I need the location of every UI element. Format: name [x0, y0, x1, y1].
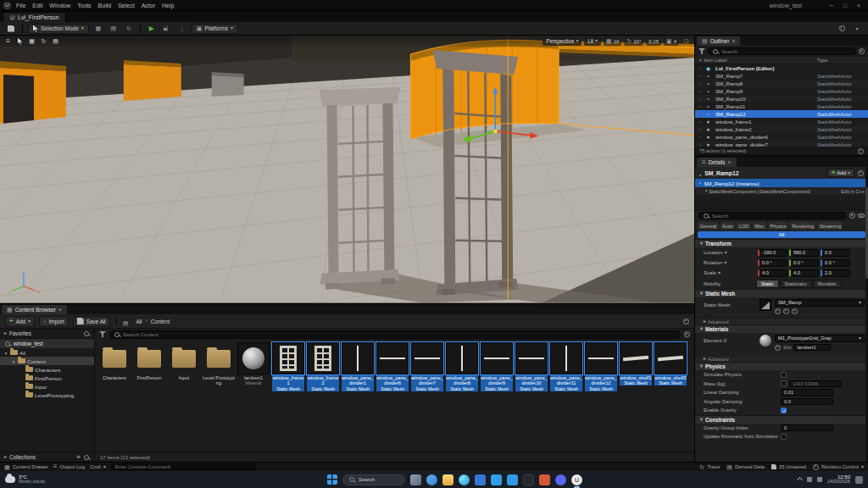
menu-item[interactable]: Build	[95, 3, 115, 8]
sources-panel-toggle-icon[interactable]	[123, 314, 129, 328]
close-icon[interactable]	[732, 38, 735, 45]
trace-button[interactable]: Trace	[699, 464, 720, 470]
move-tool-icon[interactable]	[27, 36, 36, 46]
close-icon[interactable]	[58, 307, 62, 313]
menu-item[interactable]: Select	[114, 3, 137, 8]
taskbar-app-icon[interactable]	[442, 474, 453, 485]
menu-item[interactable]: Window	[46, 3, 74, 8]
content-search[interactable]	[109, 330, 681, 339]
details-settings-icon[interactable]	[858, 170, 864, 176]
search-icon[interactable]	[83, 330, 90, 337]
slot-value-field[interactable]: lambert1	[793, 344, 831, 352]
weather-widget[interactable]: 3°C Mostly cloudy	[5, 474, 45, 485]
outliner-row[interactable]: SM_Ramp12 StaticMeshActor	[695, 110, 868, 118]
details-filter-settings-icon[interactable]	[849, 213, 855, 219]
transform-section-header[interactable]: Transform	[695, 239, 868, 247]
derived-data-button[interactable]: Derived Data	[726, 464, 765, 470]
unsaved-button[interactable]: 25 Unsaved	[771, 464, 806, 469]
content-item[interactable]: window_pane_divider8 Static Mesh	[446, 342, 478, 391]
tab-details[interactable]: Details	[697, 158, 737, 167]
settings-icon[interactable]	[836, 24, 848, 34]
notifications-icon[interactable]	[855, 476, 863, 484]
revision-control-button[interactable]: Revision Control	[813, 464, 864, 470]
visibility-eye-icon[interactable]	[697, 82, 704, 86]
outliner-row[interactable]: SM_Ramp8 StaticMeshActor	[695, 80, 868, 87]
outliner-row[interactable]: window_frame1 StaticMeshActor	[695, 118, 868, 125]
outliner-search[interactable]	[708, 47, 856, 55]
folder-tree-item[interactable]: FirstPerson	[0, 374, 94, 382]
taskbar-app-icon[interactable]	[410, 474, 421, 485]
play-options-icon[interactable]	[176, 24, 188, 34]
camera-speed-control[interactable]: 4	[664, 36, 679, 46]
outliner-row[interactable]: window_frame2 StaticMeshActor	[695, 125, 868, 133]
filter-icon[interactable]	[99, 331, 106, 337]
visibility-eye-icon[interactable]	[697, 97, 704, 101]
property-value-field[interactable]: 0.0	[781, 398, 833, 406]
view-mode-dropdown[interactable]: Lit	[584, 36, 601, 46]
material-combo[interactable]: M1_PrototypeGrid_Gray	[775, 335, 865, 342]
cmd-dropdown[interactable]: Cmd	[90, 464, 106, 469]
material-browse-icon[interactable]	[775, 345, 781, 351]
location-y-field[interactable]: 980.0	[789, 249, 819, 257]
maximize-viewport-icon[interactable]	[682, 36, 691, 46]
constraints-section-header[interactable]: Constraints	[695, 415, 868, 424]
use-selected-asset-icon[interactable]	[783, 308, 789, 314]
visibility-eye-icon[interactable]	[697, 143, 704, 147]
menu-item[interactable]: Actor	[138, 3, 159, 8]
minimize-button[interactable]	[826, 2, 837, 8]
outliner-row[interactable]: SM_Ramp9 StaticMeshActor	[695, 87, 868, 95]
breadcrumb-all[interactable]: All	[136, 319, 142, 324]
property-checkbox[interactable]	[781, 372, 787, 378]
content-item[interactable]: window_frame1 Static Mesh	[272, 342, 304, 391]
content-item[interactable]: Characters	[98, 342, 131, 391]
tab-outliner[interactable]: Outliner	[697, 36, 740, 46]
outliner-settings-icon[interactable]	[859, 48, 865, 54]
taskbar-app-icon[interactable]	[555, 474, 566, 485]
add-collection-icon[interactable]	[76, 454, 81, 461]
save-all-button[interactable]: Save All	[73, 316, 110, 327]
platforms-dropdown[interactable]: Platforms	[192, 24, 238, 34]
rotation-x-field[interactable]: 0.0 °	[758, 259, 787, 267]
content-item[interactable]: lambert1 Material	[237, 342, 270, 391]
component-root-row[interactable]: SM_Ramp12 (Instance)	[695, 179, 868, 187]
editor-mode-dropdown[interactable]: Selection Mode	[28, 24, 89, 34]
edit-in-cpp-link[interactable]: Edit in C++	[841, 189, 865, 194]
physics-section-header[interactable]: Physics	[695, 362, 868, 370]
perspective-dropdown[interactable]: Perspective	[542, 36, 581, 46]
blueprints-icon[interactable]	[108, 24, 120, 34]
visibility-eye-icon[interactable]	[697, 113, 704, 116]
folder-tree-item[interactable]: Characters	[0, 365, 94, 374]
outliner-row[interactable]: SM_Ramp7 StaticMeshActor	[695, 72, 868, 80]
outliner-search-input[interactable]	[721, 49, 852, 54]
folder-tree-item[interactable]: LevelPrototyping	[0, 391, 94, 399]
content-item[interactable]: window_pane_divider11 Static Mesh	[550, 342, 582, 391]
frame-skip-button[interactable]	[161, 24, 173, 34]
outliner-world-row[interactable]: Lvl_FirstPerson (Editor)	[695, 64, 868, 72]
visibility-eye-icon[interactable]	[697, 90, 704, 93]
category-tab[interactable]: Physics	[768, 222, 788, 230]
content-item[interactable]: Level Prototyping	[203, 342, 235, 391]
visibility-eye-icon[interactable]	[697, 67, 704, 70]
close-icon[interactable]	[728, 159, 732, 166]
start-button[interactable]	[327, 474, 337, 485]
rotation-label[interactable]: Rotation	[704, 260, 756, 265]
outliner-row[interactable]: window_pane_divider6 StaticMeshActor	[695, 133, 868, 141]
all-filter-pill[interactable]: All	[698, 231, 865, 238]
location-z-field[interactable]: 0.0	[821, 249, 850, 257]
close-button[interactable]	[853, 3, 865, 8]
taskbar-app-icon[interactable]	[523, 474, 534, 485]
folder-tree-item[interactable]: Input	[0, 382, 94, 391]
project-root-row[interactable]: window_test	[0, 339, 94, 348]
location-label[interactable]: Location	[704, 250, 756, 255]
materials-section-header[interactable]: Materials	[695, 324, 868, 333]
category-tab[interactable]: LOD	[737, 222, 750, 230]
clock[interactable]: 12:50 14/03/2026	[827, 474, 850, 485]
menu-item[interactable]: File	[13, 3, 29, 8]
add-component-button[interactable]: Add	[827, 169, 854, 177]
content-item[interactable]: window_pane_divider12 Static Mesh	[585, 342, 617, 391]
category-tab[interactable]: Actor	[721, 222, 736, 230]
property-checkbox[interactable]	[781, 380, 787, 386]
property-value-field[interactable]: 1432.53086	[789, 380, 842, 388]
content-item[interactable]: window_pane_divider1 Static Mesh	[342, 342, 374, 391]
outliner-column-header[interactable]: Item Label Type	[695, 57, 868, 64]
